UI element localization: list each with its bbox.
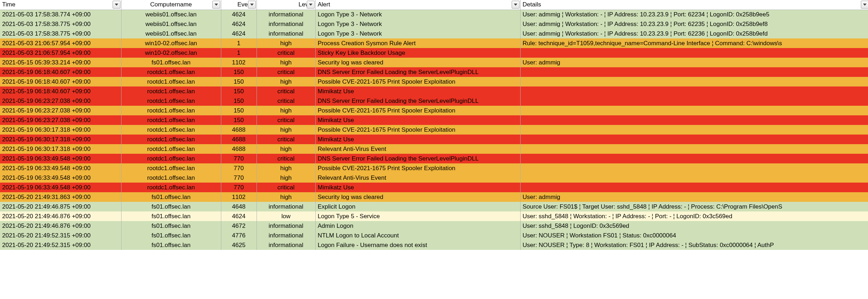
cell-details	[520, 154, 868, 163]
cell-eventid: 150	[221, 86, 257, 96]
header-time[interactable]: Time	[0, 0, 121, 10]
table-row[interactable]: 2021-05-19 06:30:17.318 +09:00rootdc1.of…	[0, 135, 868, 144]
cell-alert: Logon Failure - Username does not exist	[315, 240, 520, 250]
cell-alert: Mimikatz Use	[315, 135, 520, 144]
cell-time: 2021-05-19 06:23:27.038 +09:00	[0, 106, 121, 115]
cell-computer: rootdc1.offsec.lan	[121, 125, 221, 135]
table-row[interactable]: 2021-05-19 06:30:17.318 +09:00rootdc1.of…	[0, 144, 868, 154]
filter-button-eventid[interactable]	[248, 1, 256, 9]
cell-details: User: admmig	[520, 58, 868, 67]
table-row[interactable]: 2021-05-20 21:49:31.863 +09:00fs01.offse…	[0, 192, 868, 202]
table-row[interactable]: 2021-05-19 06:18:40.607 +09:00rootdc1.of…	[0, 67, 868, 77]
cell-details: User: admmig ¦ Workstation: - ¦ IP Addre…	[520, 19, 868, 29]
table-row[interactable]: 2021-05-15 05:39:33.214 +09:00fs01.offse…	[0, 58, 868, 67]
cell-computer: rootdc1.offsec.lan	[121, 183, 221, 192]
table-row[interactable]: 2021-05-19 06:23:27.038 +09:00rootdc1.of…	[0, 96, 868, 106]
table-row[interactable]: 2021-05-03 17:58:38.775 +09:00webiis01.o…	[0, 29, 868, 38]
filter-button-level[interactable]	[307, 1, 315, 9]
table-row[interactable]: 2021-05-03 17:58:38.775 +09:00webiis01.o…	[0, 19, 868, 29]
table-row[interactable]: 2021-05-19 06:33:49.548 +09:00rootdc1.of…	[0, 173, 868, 183]
cell-details	[520, 48, 868, 58]
cell-level: high	[257, 173, 315, 183]
cell-level: low	[257, 211, 315, 221]
header-details-label: Details	[523, 1, 541, 8]
cell-level: high	[257, 106, 315, 115]
cell-eventid: 4688	[221, 125, 257, 135]
filter-button-computer[interactable]	[212, 1, 220, 9]
cell-eventid: 1102	[221, 192, 257, 202]
cell-eventid: 4776	[221, 231, 257, 240]
cell-alert: Mimikatz Use	[315, 86, 520, 96]
cell-computer: webiis01.offsec.lan	[121, 10, 221, 19]
table-row[interactable]: 2021-05-19 06:33:49.548 +09:00rootdc1.of…	[0, 154, 868, 163]
table-row[interactable]: 2021-05-03 17:58:38.774 +09:00webiis01.o…	[0, 10, 868, 19]
cell-details	[520, 135, 868, 144]
cell-alert: Possible CVE-2021-1675 Print Spooler Exp…	[315, 77, 520, 86]
cell-computer: rootdc1.offsec.lan	[121, 77, 221, 86]
cell-eventid: 150	[221, 115, 257, 125]
cell-computer: rootdc1.offsec.lan	[121, 163, 221, 173]
cell-computer: fs01.offsec.lan	[121, 202, 221, 211]
cell-alert: Mimikatz Use	[315, 183, 520, 192]
cell-eventid: 770	[221, 173, 257, 183]
header-details[interactable]: Details	[520, 0, 868, 10]
table-row[interactable]: 2021-05-19 06:33:49.548 +09:00rootdc1.of…	[0, 183, 868, 192]
cell-level: critical	[257, 67, 315, 77]
cell-details: User: NOUSER ¦ Type: 8 ¦ Workstation: FS…	[520, 240, 868, 250]
cell-alert: Possible CVE-2021-1675 Print Spooler Exp…	[315, 163, 520, 173]
cell-time: 2021-05-03 17:58:38.775 +09:00	[0, 29, 121, 38]
table-row[interactable]: 2021-05-20 21:49:52.315 +09:00fs01.offse…	[0, 231, 868, 240]
cell-time: 2021-05-19 06:23:27.038 +09:00	[0, 115, 121, 125]
dropdown-icon	[514, 4, 517, 6]
cell-details	[520, 86, 868, 96]
cell-computer: rootdc1.offsec.lan	[121, 173, 221, 183]
table-row[interactable]: 2021-05-19 06:23:27.038 +09:00rootdc1.of…	[0, 115, 868, 125]
cell-eventid: 150	[221, 96, 257, 106]
cell-level: informational	[257, 231, 315, 240]
cell-details: Rule: technique_id=T1059,technique_name=…	[520, 38, 868, 48]
cell-level: high	[257, 163, 315, 173]
cell-alert: Security log was cleared	[315, 58, 520, 67]
header-eventid[interactable]: Eventi	[221, 0, 257, 10]
cell-computer: fs01.offsec.lan	[121, 58, 221, 67]
cell-computer: webiis01.offsec.lan	[121, 29, 221, 38]
filter-button-details[interactable]	[861, 1, 868, 9]
cell-level: critical	[257, 135, 315, 144]
table-row[interactable]: 2021-05-19 06:30:17.318 +09:00rootdc1.of…	[0, 125, 868, 135]
dropdown-icon	[215, 4, 218, 6]
header-alert[interactable]: Alert	[315, 0, 520, 10]
table-row[interactable]: 2021-05-19 06:23:27.038 +09:00rootdc1.of…	[0, 106, 868, 115]
cell-details	[520, 173, 868, 183]
cell-eventid: 4648	[221, 202, 257, 211]
table-row[interactable]: 2021-05-20 21:49:46.876 +09:00fs01.offse…	[0, 211, 868, 221]
table-row[interactable]: 2021-05-19 06:33:49.548 +09:00rootdc1.of…	[0, 163, 868, 173]
table-row[interactable]: 2021-05-19 06:18:40.607 +09:00rootdc1.of…	[0, 77, 868, 86]
cell-details	[520, 163, 868, 173]
cell-alert: Admin Logon	[315, 221, 520, 231]
cell-eventid: 150	[221, 67, 257, 77]
table-row[interactable]: 2021-05-20 21:49:46.876 +09:00fs01.offse…	[0, 221, 868, 231]
cell-alert: Mimikatz Use	[315, 115, 520, 125]
cell-level: high	[257, 144, 315, 154]
table-row[interactable]: 2021-05-19 06:18:40.607 +09:00rootdc1.of…	[0, 86, 868, 96]
cell-details	[520, 77, 868, 86]
cell-time: 2021-05-19 06:33:49.548 +09:00	[0, 163, 121, 173]
filter-button-alert[interactable]	[512, 1, 520, 9]
cell-time: 2021-05-20 21:49:46.875 +09:00	[0, 202, 121, 211]
header-level[interactable]: Level	[257, 0, 315, 10]
table-row[interactable]: 2021-05-03 21:06:57.954 +09:00win10-02.o…	[0, 48, 868, 58]
cell-alert: Process Creation Sysmon Rule Alert	[315, 38, 520, 48]
cell-time: 2021-05-20 21:49:52.315 +09:00	[0, 231, 121, 240]
dropdown-icon	[115, 4, 118, 6]
log-body: 2021-05-03 17:58:38.774 +09:00webiis01.o…	[0, 10, 868, 250]
cell-time: 2021-05-19 06:33:49.548 +09:00	[0, 183, 121, 192]
cell-computer: rootdc1.offsec.lan	[121, 96, 221, 106]
cell-time: 2021-05-19 06:30:17.318 +09:00	[0, 144, 121, 154]
table-row[interactable]: 2021-05-03 21:06:57.954 +09:00win10-02.o…	[0, 38, 868, 48]
filter-button-time[interactable]	[113, 1, 120, 9]
header-computer[interactable]: Computername	[121, 0, 221, 10]
header-computer-label: Computername	[150, 1, 192, 8]
cell-computer: win10-02.offsec.lan	[121, 48, 221, 58]
table-row[interactable]: 2021-05-20 21:49:52.315 +09:00fs01.offse…	[0, 240, 868, 250]
table-row[interactable]: 2021-05-20 21:49:46.875 +09:00fs01.offse…	[0, 202, 868, 211]
